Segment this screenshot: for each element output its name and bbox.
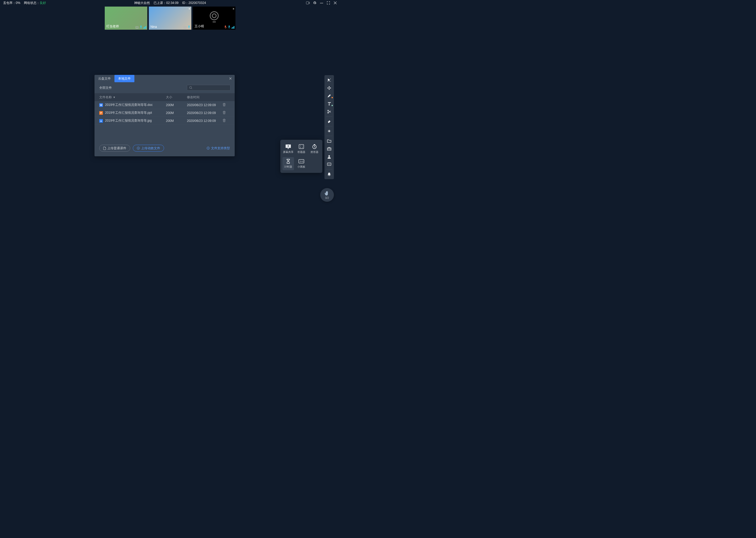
dialog-close-icon[interactable]: ✕ — [229, 77, 232, 81]
document-icon — [103, 146, 106, 150]
elapsed-time: 已上课：02:34:09 — [154, 1, 178, 5]
participant-name: 叮当老师 — [106, 24, 119, 28]
svg-text:2+3: 2+3 — [300, 160, 304, 163]
folder-icon[interactable] — [324, 137, 334, 145]
blackboard-icon: 2+3 — [299, 159, 304, 163]
svg-text:✓: ✓ — [302, 145, 303, 146]
hand-icon — [325, 191, 329, 196]
chat-icon[interactable] — [324, 161, 334, 168]
mic-icon — [140, 26, 142, 28]
user-icon[interactable] — [324, 153, 334, 161]
class-title: 神秘大自然 — [134, 1, 150, 5]
minimize-icon[interactable] — [320, 1, 323, 5]
tool-blackboard[interactable]: 2+3 小黑板 — [296, 157, 307, 170]
bell-icon[interactable] — [324, 170, 334, 178]
table-header: 文件名称▾ 大小 修改时间 — [95, 93, 235, 101]
table-row[interactable]: W2019年工作汇报情况查询等等.doc 200M 2020/06/23 12:… — [95, 101, 235, 109]
tab-cloud-files[interactable]: 云盘文件 — [95, 75, 115, 82]
image-file-icon: ▲ — [99, 119, 103, 123]
svg-point-20 — [328, 164, 329, 164]
svg-point-6 — [190, 86, 192, 88]
svg-point-11 — [330, 79, 331, 79]
breadcrumb-all-files[interactable]: 全部文件 — [99, 86, 112, 90]
svg-point-12 — [330, 81, 331, 82]
packet-loss: 丢包率：0% — [3, 1, 20, 5]
hourglass-icon — [286, 159, 291, 164]
raise-hand-button[interactable]: 0/2 — [320, 188, 334, 202]
svg-rect-5 — [229, 26, 229, 27]
tool-answer[interactable]: A✓B✗ 答题器 — [296, 142, 307, 155]
col-header-name[interactable]: 文件名称▾ — [99, 95, 166, 100]
maximize-icon[interactable] — [327, 1, 330, 5]
file-types-link[interactable]: 文件支持类型 — [207, 146, 230, 150]
svg-text:B: B — [300, 147, 301, 148]
clock-icon — [312, 144, 317, 149]
mic-icon — [228, 26, 230, 28]
svg-rect-24 — [299, 144, 304, 149]
mic-muted-icon — [224, 26, 227, 28]
screen-share-icon — [285, 144, 291, 149]
scissors-tool-icon[interactable] — [324, 108, 334, 116]
signal-icon — [143, 26, 146, 28]
eraser-tool-icon[interactable] — [324, 117, 334, 125]
tile-close-icon[interactable]: × — [188, 7, 190, 11]
close-icon[interactable] — [333, 1, 337, 5]
svg-rect-0 — [306, 2, 309, 4]
svg-point-9 — [208, 147, 209, 148]
delete-icon[interactable] — [223, 119, 230, 123]
video-tile[interactable]: × Nina — [149, 7, 191, 30]
answer-icon: A✓B✗ — [299, 144, 304, 149]
upload-motion-button[interactable]: 上传动效文件 — [133, 145, 164, 152]
svg-rect-2 — [140, 26, 141, 27]
camera-toggle-icon[interactable] — [306, 1, 310, 5]
camera-icon — [135, 26, 139, 28]
svg-point-16 — [328, 130, 330, 132]
tile-close-icon[interactable]: × — [233, 7, 234, 11]
move-tool-icon[interactable] — [324, 84, 334, 92]
video-tile[interactable]: × 王小明 — [193, 7, 235, 30]
hand-count: 0/2 — [325, 196, 329, 199]
svg-point-18 — [328, 155, 330, 157]
video-tile[interactable]: 叮当老师 — [105, 7, 147, 30]
delete-icon[interactable] — [223, 111, 230, 115]
play-icon — [137, 146, 140, 150]
text-tool-icon[interactable] — [324, 100, 334, 108]
svg-rect-10 — [208, 148, 208, 149]
participant-name: Nina — [150, 25, 157, 28]
network-status: 网络状态：良好 — [24, 1, 46, 5]
cursor-tool-icon[interactable] — [324, 76, 334, 84]
svg-rect-3 — [188, 26, 189, 27]
mic-icon — [188, 26, 190, 28]
table-row[interactable]: ▲2019年工作汇报情况查询等等.jpg 200M 2020/06/23 12:… — [95, 117, 235, 125]
info-icon — [207, 146, 210, 150]
tool-screen-share[interactable]: 屏幕共享 — [282, 142, 294, 155]
tool-timer[interactable]: 计时器 — [282, 157, 294, 170]
pen-tool-icon[interactable] — [324, 92, 334, 100]
sun-tool-icon[interactable] — [324, 127, 334, 135]
video-row: 叮当老师 × Nina × 王小明 — [0, 6, 340, 30]
session-id: ID：2020070324 — [182, 1, 206, 5]
delete-icon[interactable] — [223, 103, 230, 107]
sort-caret-icon: ▾ — [114, 95, 115, 99]
svg-point-14 — [328, 110, 329, 111]
file-dialog: 云盘文件 本地文件 ✕ 全部文件 文件名称▾ 大小 修改时间 W2019年工作汇… — [95, 75, 235, 156]
signal-icon — [231, 26, 234, 28]
tab-local-files[interactable]: 本地文件 — [115, 75, 134, 82]
svg-text:A: A — [300, 145, 301, 146]
upload-normal-button[interactable]: 上传普通课件 — [99, 145, 130, 152]
svg-point-13 — [328, 81, 328, 82]
svg-point-22 — [330, 164, 330, 164]
svg-text:✗: ✗ — [302, 147, 303, 148]
svg-point-15 — [328, 112, 329, 113]
col-header-size[interactable]: 大小 — [166, 95, 187, 100]
settings-icon[interactable] — [313, 1, 316, 5]
tools-panel: 屏幕共享 A✓B✗ 答题器 抢答器 计时器 2+3 小黑板 — [280, 140, 322, 173]
toolbox-icon[interactable] — [324, 145, 334, 153]
svg-rect-1 — [320, 3, 323, 3]
search-icon — [189, 86, 192, 89]
col-header-time[interactable]: 修改时间 — [187, 95, 223, 100]
tool-responder[interactable]: 抢答器 — [309, 142, 320, 155]
search-input[interactable] — [187, 85, 230, 91]
right-toolbar — [324, 75, 334, 179]
table-row[interactable]: P2019年工作汇报情况查询等等.ppt 200M 2020/06/23 12:… — [95, 109, 235, 117]
